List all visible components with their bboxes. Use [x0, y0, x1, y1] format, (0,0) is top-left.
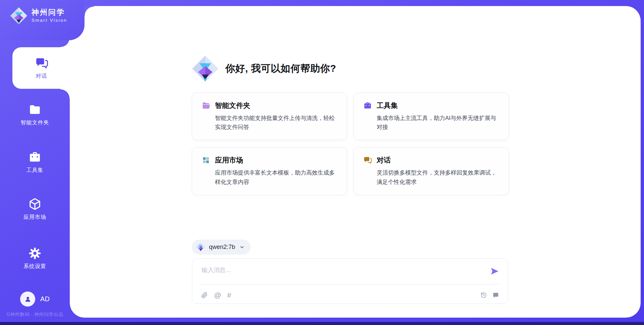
briefcase-icon	[363, 101, 372, 110]
card-app-market[interactable]: 应用市场 应用市场提供丰富长文本模板，助力高效生成多样化文章内容	[192, 147, 347, 195]
briefcase-icon	[28, 150, 42, 164]
sidebar-item-label: 对话	[36, 73, 47, 80]
brand: 神州问学 Smart Vision	[10, 7, 67, 24]
cube-icon	[28, 197, 42, 211]
message-icon[interactable]	[492, 292, 499, 299]
card-title: 对话	[377, 155, 391, 165]
card-head: 智能文件夹	[202, 101, 337, 110]
feature-cards: 智能文件夹 智能文件夹功能支持批量文件上传与清洗，轻松实现文件问答 工具集 集成…	[192, 92, 509, 195]
logo-bubble-fillet	[84, 6, 94, 16]
hashtag-icon[interactable]: #	[227, 291, 231, 299]
send-button[interactable]	[490, 266, 499, 276]
person-icon	[23, 295, 32, 304]
composer-divider	[200, 284, 500, 284]
sidebar-item-label: 智能文件夹	[21, 119, 49, 126]
send-icon	[490, 266, 499, 276]
user-initials: AD	[40, 295, 50, 303]
sidebar-item-settings[interactable]: 系统设置	[0, 247, 70, 270]
sidebar-item-label: 应用市场	[23, 214, 46, 221]
card-description: 智能文件夹功能支持批量文件上传与清洗，轻松实现文件问答	[215, 114, 337, 132]
model-name: qwen2:7b	[209, 244, 235, 251]
active-tab-fillet-bottom	[60, 89, 70, 99]
sidebar-item-label: 工具集	[26, 167, 44, 174]
card-title: 工具集	[377, 101, 398, 110]
card-head: 对话	[363, 155, 499, 165]
sidebar-item-chat[interactable]: 对话	[12, 47, 70, 89]
card-smart-folder[interactable]: 智能文件夹 智能文件夹功能支持批量文件上传与清洗，轻松实现文件问答	[192, 92, 347, 140]
model-selector[interactable]: qwen2:7b	[192, 240, 251, 255]
greeting-title: 你好, 我可以如何帮助你?	[225, 62, 336, 75]
mention-icon[interactable]: @	[214, 291, 221, 299]
chevron-down-icon	[239, 244, 245, 250]
brand-subtitle: Smart Vision	[32, 18, 67, 23]
composer: @ #	[192, 258, 508, 304]
card-head: 应用市场	[202, 155, 337, 165]
sidebar-item-smart-folder[interactable]: 智能文件夹	[0, 103, 70, 126]
brand-text: 神州问学 Smart Vision	[32, 9, 67, 23]
composer-right-tools	[480, 292, 499, 299]
user-profile[interactable]: AD	[0, 291, 70, 307]
brand-title: 神州问学	[32, 9, 67, 16]
composer-tools: @ #	[201, 291, 231, 299]
chat-icon	[35, 56, 48, 70]
card-head: 工具集	[363, 101, 499, 110]
sidebar-item-toolset[interactable]: 工具集	[0, 150, 70, 174]
brand-logo-icon	[10, 7, 28, 24]
bottom-edge-strip	[0, 322, 644, 325]
model-logo-icon	[196, 243, 205, 252]
card-title: 智能文件夹	[215, 101, 250, 110]
folder-icon	[202, 101, 210, 110]
sidebar-item-label: 系统设置	[23, 263, 46, 270]
card-chat[interactable]: 对话 灵活切换多模型文件，支持多样回复效果调试，满足个性化需求	[354, 147, 509, 195]
message-input[interactable]	[201, 265, 483, 281]
card-description: 灵活切换多模型文件，支持多样回复效果调试，满足个性化需求	[377, 168, 499, 186]
card-description: 应用市场提供丰富长文本模板，助力高效生成多样化文章内容	[215, 168, 337, 186]
attachment-icon[interactable]	[201, 291, 208, 299]
copyright-footer: ©神州数码 · 神州问学出品	[0, 312, 70, 318]
sidebar-item-app-market[interactable]: 应用市场	[0, 197, 70, 221]
card-title: 应用市场	[215, 155, 243, 165]
chat-icon	[363, 156, 372, 165]
grid-icon	[202, 156, 210, 165]
card-toolset[interactable]: 工具集 集成市场上主流工具，助力AI与外界无缝扩展与对接	[354, 92, 509, 140]
card-description: 集成市场上主流工具，助力AI与外界无缝扩展与对接	[377, 114, 499, 132]
gear-icon	[28, 247, 42, 260]
brand-logo-icon	[192, 55, 219, 82]
avatar	[20, 291, 35, 307]
folder-icon	[28, 103, 42, 116]
greeting-hero: 你好, 我可以如何帮助你?	[192, 55, 336, 82]
main-panel: 你好, 我可以如何帮助你? 智能文件夹 智能文件夹功能支持批量文件上传与清洗，轻…	[70, 6, 641, 318]
history-icon[interactable]	[480, 292, 487, 299]
